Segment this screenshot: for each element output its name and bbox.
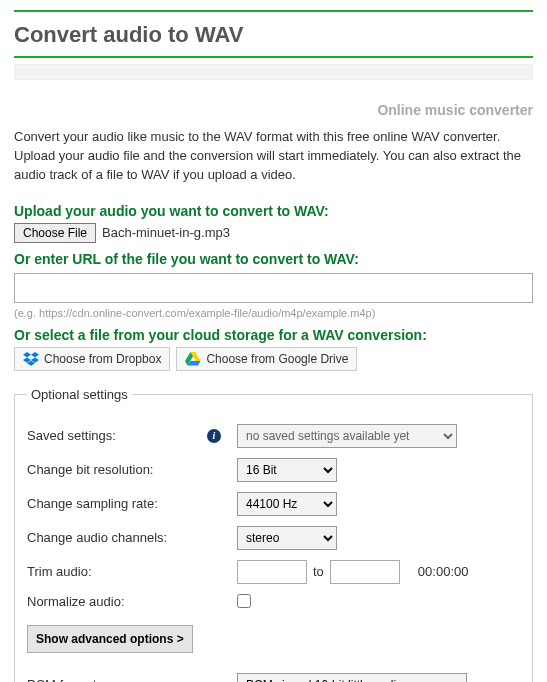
optional-legend: Optional settings	[27, 387, 132, 402]
trim-audio-label: Trim audio:	[27, 564, 237, 579]
intro-text: Convert your audio like music to the WAV…	[14, 128, 533, 185]
page-title: Convert audio to WAV	[14, 18, 533, 50]
dropbox-button-label: Choose from Dropbox	[44, 352, 161, 366]
choose-file-button[interactable]: Choose File	[14, 223, 96, 243]
divider-under-title	[14, 56, 533, 58]
url-label: Or enter URL of the file you want to con…	[14, 251, 533, 267]
audio-channels-select[interactable]: stereo	[237, 526, 337, 550]
cloud-label: Or select a file from your cloud storage…	[14, 327, 533, 343]
url-input[interactable]	[14, 273, 533, 303]
google-drive-icon	[185, 352, 201, 366]
optional-settings-group: Optional settings Saved settings: i no s…	[14, 387, 533, 682]
google-drive-button-label: Choose from Google Drive	[206, 352, 348, 366]
trim-from-input[interactable]	[237, 560, 307, 584]
trim-duration: 00:00:00	[418, 564, 469, 579]
sampling-rate-label: Change sampling rate:	[27, 496, 237, 511]
pcm-format-select[interactable]: PCM signed 16-bit little-endian	[237, 673, 467, 682]
audio-channels-label: Change audio channels:	[27, 530, 237, 545]
selected-file-name: Bach-minuet-in-g.mp3	[102, 225, 230, 240]
dropbox-icon	[23, 352, 39, 366]
upload-label: Upload your audio you want to convert to…	[14, 203, 533, 219]
bit-resolution-select[interactable]: 16 Bit	[237, 458, 337, 482]
dropbox-button[interactable]: Choose from Dropbox	[14, 347, 170, 371]
google-drive-button[interactable]: Choose from Google Drive	[176, 347, 357, 371]
show-advanced-button[interactable]: Show advanced options >	[27, 625, 193, 653]
trim-to-word: to	[313, 564, 324, 579]
pcm-format-label: PCM format:	[27, 677, 237, 682]
subtitle-bar	[14, 64, 533, 80]
normalize-audio-checkbox[interactable]	[237, 594, 251, 608]
normalize-audio-label: Normalize audio:	[27, 594, 237, 609]
trim-to-input[interactable]	[330, 560, 400, 584]
sampling-rate-select[interactable]: 44100 Hz	[237, 492, 337, 516]
url-hint: (e.g. https://cdn.online-convert.com/exa…	[14, 307, 533, 319]
bit-resolution-label: Change bit resolution:	[27, 462, 237, 477]
subtitle: Online music converter	[14, 102, 533, 118]
saved-settings-select[interactable]: no saved settings available yet	[237, 424, 457, 448]
divider-top	[14, 10, 533, 12]
saved-settings-label: Saved settings:	[27, 428, 237, 443]
info-icon[interactable]: i	[207, 429, 221, 443]
